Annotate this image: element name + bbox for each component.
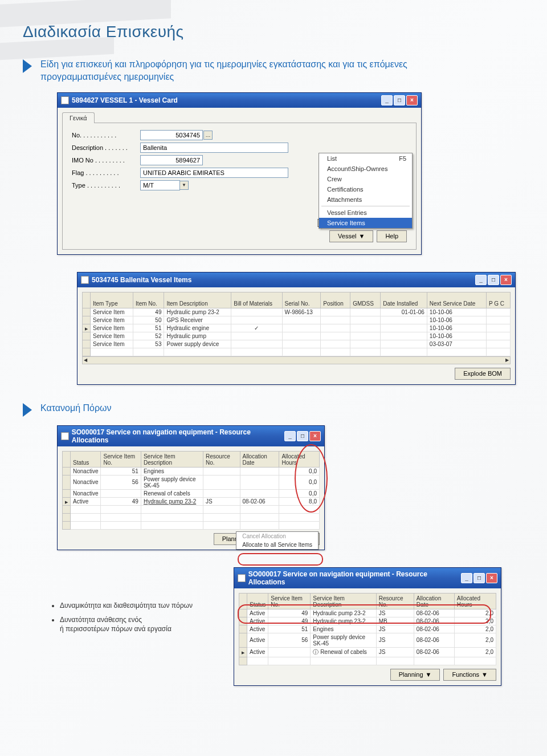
table-row[interactable]: Nonactive56Power supply device SK-450,0: [63, 475, 320, 489]
window-title: 5034745 Ballenita Vessel Items: [92, 276, 191, 284]
close-button[interactable]: ×: [500, 275, 512, 285]
flag-input[interactable]: [140, 168, 288, 178]
maximize-button[interactable]: □: [488, 275, 499, 285]
menu-allocate-all[interactable]: Allocate to all Service Items: [236, 540, 318, 549]
minimize-button[interactable]: _: [475, 275, 487, 285]
vessel-context-menu: ListF5 Account\Ship-Ownres Crew Certific…: [319, 153, 413, 229]
titlebar[interactable]: 5034745 Ballenita Vessel Items _□×: [77, 273, 515, 287]
col-resource-no[interactable]: Resource No.: [203, 451, 240, 467]
table-row[interactable]: [63, 513, 320, 521]
type-dropdown-button[interactable]: ▼: [179, 181, 189, 190]
menu-certifications[interactable]: Certifications: [319, 184, 412, 194]
table-row[interactable]: [83, 348, 511, 356]
description-input[interactable]: [140, 143, 288, 153]
col-alloc-hours[interactable]: Allocated Hours: [279, 451, 320, 467]
vessel-card-window: 5894627 VESSEL 1 - Vessel Card _ □ × Γεν…: [57, 92, 422, 255]
section-bullet-icon: [23, 403, 32, 417]
col-item-description[interactable]: Item Description: [164, 292, 231, 308]
table-row[interactable]: Service Item49Hydraulic pump 23-2W-9866-…: [83, 308, 511, 316]
table-row[interactable]: Service Item53Power supply device03-03-0…: [83, 340, 511, 348]
section-2-text: Κατανομή Πόρων: [40, 402, 112, 414]
table-row[interactable]: NonactiveRenewal of cabels0,0: [63, 489, 320, 497]
no-input[interactable]: [140, 130, 203, 140]
resource-allocations-window: SO000017 Service on navigation equipment…: [57, 425, 325, 550]
table-row[interactable]: Nonactive51Engines0,0: [63, 467, 320, 475]
col-status[interactable]: Status: [247, 593, 268, 609]
vessel-items-grid[interactable]: Item Type Item No. Item Description Bill…: [82, 292, 511, 356]
table-row[interactable]: Active51EnginesJS08-02-062,0: [239, 625, 496, 633]
menu-cancel-allocation[interactable]: Cancel Allocation: [236, 532, 318, 540]
col-service-item-desc[interactable]: Service Item Description: [141, 451, 203, 467]
table-row[interactable]: Active49Hydraulic pump 23-2JS08-02-068,0: [63, 497, 320, 505]
col-resource-no[interactable]: Resource No.: [376, 593, 414, 609]
table-row[interactable]: [239, 657, 496, 665]
table-row[interactable]: [63, 505, 320, 513]
functions-button[interactable]: Functions▼: [443, 669, 496, 681]
no-lookup-button[interactable]: …: [203, 131, 213, 140]
col-serial[interactable]: Serial No.: [282, 292, 321, 308]
col-service-item-desc[interactable]: Service Item Description: [311, 593, 376, 609]
menu-account[interactable]: Account\Ship-Ownres: [319, 164, 412, 174]
col-service-item-no[interactable]: Service Item No.: [101, 451, 141, 467]
col-date-installed[interactable]: Date Installed: [381, 292, 427, 308]
label-imo: IMO No . . . . . . . . .: [72, 157, 140, 164]
table-row[interactable]: Active49Hydraulic pump 23-2JS08-02-062,0: [239, 609, 496, 617]
menu-crew[interactable]: Crew: [319, 174, 412, 184]
imo-input[interactable]: [140, 155, 203, 165]
horizontal-scrollbar[interactable]: ◀▶: [82, 356, 511, 364]
resource-allocations-window-2: SO000017 Service on navigation equipment…: [234, 567, 501, 686]
planning-button[interactable]: Planning▼: [390, 669, 440, 681]
table-row[interactable]: Service Item50GPS Receiver10-10-06: [83, 316, 511, 324]
table-row[interactable]: Service Item51Hydraulic engine✓10-10-06: [83, 324, 511, 332]
titlebar[interactable]: SO000017 Service on navigation equipment…: [58, 426, 324, 446]
col-alloc-date[interactable]: Allocation Date: [240, 451, 279, 467]
menu-attachments[interactable]: Attachments: [319, 194, 412, 205]
close-button[interactable]: ×: [406, 95, 418, 105]
table-row[interactable]: [63, 521, 320, 529]
allocations-grid-2[interactable]: Status Service Item No. Service Item Des…: [239, 593, 496, 665]
col-next-service[interactable]: Next Service Date: [427, 292, 486, 308]
table-row[interactable]: Activeⓘ Renewal of cabelsJS08-02-062,0: [239, 647, 496, 657]
type-input[interactable]: [140, 180, 180, 190]
label-type: Type . . . . . . . . . .: [72, 182, 140, 189]
col-gmdss[interactable]: GMDSS: [350, 292, 381, 308]
section-1-text: Είδη για επισκευή και πληροφόρηση για τι…: [40, 58, 428, 84]
label-flag: Flag . . . . . . . . . .: [72, 169, 140, 176]
col-pgc[interactable]: P G C: [487, 292, 511, 308]
bullet-item: Δυνατότητα ανάθεσης ενόςή περισσοτέρων π…: [60, 616, 228, 633]
tab-general[interactable]: Γενικά: [62, 112, 95, 123]
col-item-no[interactable]: Item No.: [133, 292, 164, 308]
col-service-item-no[interactable]: Service Item No.: [268, 593, 311, 609]
window-icon: [81, 276, 89, 284]
menu-vessel-entries[interactable]: Vessel Entries: [319, 208, 412, 218]
col-position[interactable]: Position: [321, 292, 350, 308]
minimize-button[interactable]: _: [284, 431, 296, 441]
close-button[interactable]: ×: [309, 431, 321, 441]
titlebar[interactable]: SO000017 Service on navigation equipment…: [234, 568, 501, 588]
allocations-grid[interactable]: Status Service Item No. Service Item Des…: [62, 451, 320, 530]
menu-list[interactable]: ListF5: [319, 153, 412, 164]
minimize-button[interactable]: _: [381, 95, 393, 105]
maximize-button[interactable]: □: [394, 95, 405, 105]
titlebar[interactable]: 5894627 VESSEL 1 - Vessel Card _ □ ×: [58, 93, 421, 108]
vessel-button[interactable]: Vessel▼: [329, 230, 373, 242]
window-title: SO000017 Service on navigation equipment…: [248, 570, 461, 586]
explode-bom-button[interactable]: Explode BOM: [455, 368, 511, 380]
col-item-type[interactable]: Item Type: [91, 292, 133, 308]
annotation-circle: [238, 553, 323, 566]
col-alloc-hours[interactable]: Allocated Hours: [454, 593, 496, 609]
table-row[interactable]: Active49Hydraulic pump 23-2MB08-02-062,0: [239, 617, 496, 625]
window-title: SO000017 Service on navigation equipment…: [72, 428, 284, 444]
col-alloc-date[interactable]: Allocation Date: [414, 593, 454, 609]
vessel-items-window: 5034745 Ballenita Vessel Items _□× Item …: [77, 272, 516, 385]
table-row[interactable]: Service Item52Hydraulic pump10-10-06: [83, 332, 511, 340]
help-button[interactable]: Help: [377, 230, 407, 242]
col-bom[interactable]: Bill of Materials: [231, 292, 282, 308]
maximize-button[interactable]: □: [473, 573, 485, 583]
minimize-button[interactable]: _: [461, 573, 472, 583]
col-status[interactable]: Status: [71, 451, 101, 467]
menu-service-items[interactable]: Service Items: [319, 218, 412, 228]
table-row[interactable]: Active56Power supply device SK-45JS08-02…: [239, 633, 496, 647]
close-button[interactable]: ×: [486, 573, 497, 583]
maximize-button[interactable]: □: [297, 431, 308, 441]
